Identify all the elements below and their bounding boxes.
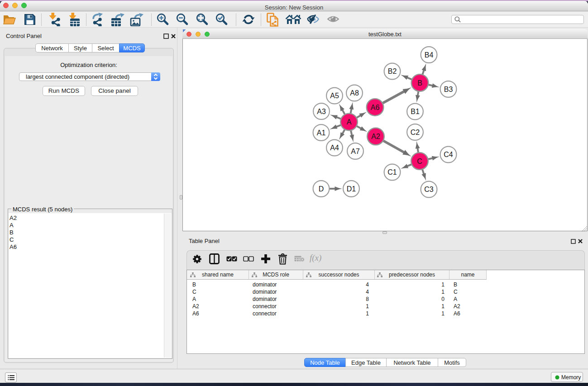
- svg-text:B4: B4: [425, 51, 434, 59]
- svg-text:C: C: [417, 157, 422, 165]
- svg-text:C4: C4: [444, 151, 453, 158]
- svg-text:A: A: [347, 118, 352, 126]
- svg-text:A5: A5: [330, 92, 339, 100]
- svg-text:A2: A2: [371, 133, 380, 140]
- svg-text:C2: C2: [411, 129, 420, 136]
- svg-text:A7: A7: [351, 148, 360, 155]
- svg-text:C3: C3: [424, 186, 434, 193]
- svg-text:C1: C1: [387, 168, 397, 176]
- svg-text:A4: A4: [330, 144, 339, 152]
- svg-text:B: B: [417, 79, 422, 87]
- svg-text:A1: A1: [317, 129, 326, 137]
- svg-text:B1: B1: [411, 108, 420, 115]
- svg-text:D: D: [319, 185, 324, 193]
- svg-text:A3: A3: [317, 108, 326, 115]
- svg-text:B2: B2: [388, 67, 397, 75]
- svg-text:A8: A8: [350, 89, 359, 97]
- svg-text:B3: B3: [444, 86, 453, 93]
- svg-text:A6: A6: [371, 104, 380, 111]
- svg-text:D1: D1: [347, 185, 356, 193]
